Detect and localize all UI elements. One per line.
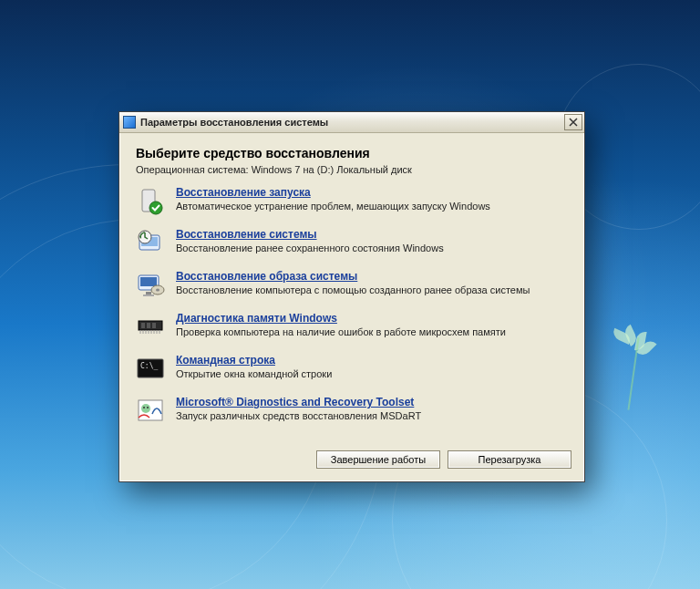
shutdown-button[interactable]: Завершение работы [316, 450, 440, 469]
tool-link[interactable]: Восстановление системы [176, 228, 317, 241]
svg-point-27 [143, 407, 145, 408]
svg-rect-8 [143, 294, 154, 296]
page-heading: Выберите средство восстановления [136, 146, 568, 160]
tool-desc: Проверка компьютера на наличие ошибок в … [176, 326, 568, 337]
window-title: Параметры восстановления системы [140, 117, 564, 128]
tool-desc: Открытие окна командной строки [176, 368, 568, 379]
close-button[interactable] [564, 114, 582, 130]
tool-link[interactable]: Диагностика памяти Windows [176, 312, 337, 325]
svg-point-10 [156, 289, 160, 292]
tool-image-recovery: Восстановление образа системы Восстановл… [136, 270, 568, 299]
image-recovery-icon [136, 270, 165, 299]
window-body: Выберите средство восстановления Операци… [119, 133, 584, 441]
svg-text:C:\_: C:\_ [140, 362, 158, 370]
svg-rect-13 [147, 323, 150, 328]
titlebar: Параметры восстановления системы [119, 112, 584, 133]
svg-point-26 [141, 404, 150, 413]
recovery-options-window: Параметры восстановления системы Выберит… [118, 111, 585, 482]
tool-startup-repair: Восстановление запуска Автоматическое ус… [136, 186, 568, 215]
svg-point-28 [147, 407, 149, 408]
os-info-label: Операционная система: Windows 7 на (D:) … [136, 164, 568, 175]
memory-diagnostic-icon [136, 312, 165, 341]
window-footer: Завершение работы Перезагрузка [119, 441, 584, 481]
startup-repair-icon [136, 186, 165, 215]
tool-desc: Восстановление ранее сохраненного состоя… [176, 243, 568, 253]
tool-link[interactable]: Microsoft® Diagnostics and Recovery Tool… [176, 396, 414, 408]
svg-rect-14 [152, 323, 156, 328]
tool-desc: Восстановление компьютера с помощью созд… [176, 284, 568, 295]
tool-desc: Автоматическое устранение проблем, мешаю… [176, 201, 568, 212]
tool-msdart: Microsoft® Diagnostics and Recovery Tool… [136, 396, 568, 425]
tool-link[interactable]: Командная строка [176, 354, 275, 367]
msdart-icon [136, 396, 165, 425]
system-restore-icon [136, 228, 165, 257]
svg-rect-12 [141, 323, 145, 328]
svg-rect-6 [140, 277, 157, 286]
tool-link[interactable]: Восстановление образа системы [176, 270, 357, 283]
restart-button[interactable]: Перезагрузка [448, 450, 571, 469]
tool-system-restore: Восстановление системы Восстановление ра… [136, 228, 568, 257]
tool-command-prompt: C:\_ Командная строка Открытие окна кома… [136, 354, 568, 383]
command-prompt-icon: C:\_ [136, 354, 165, 383]
tool-memory-diagnostic: Диагностика памяти Windows Проверка комп… [136, 312, 568, 341]
window-icon [123, 116, 136, 129]
close-icon [569, 118, 578, 127]
tool-desc: Запуск различных средств восстановления … [176, 410, 568, 421]
tool-link[interactable]: Восстановление запуска [176, 186, 311, 199]
svg-rect-7 [146, 292, 151, 294]
desktop-background: Параметры восстановления системы Выберит… [0, 0, 700, 589]
